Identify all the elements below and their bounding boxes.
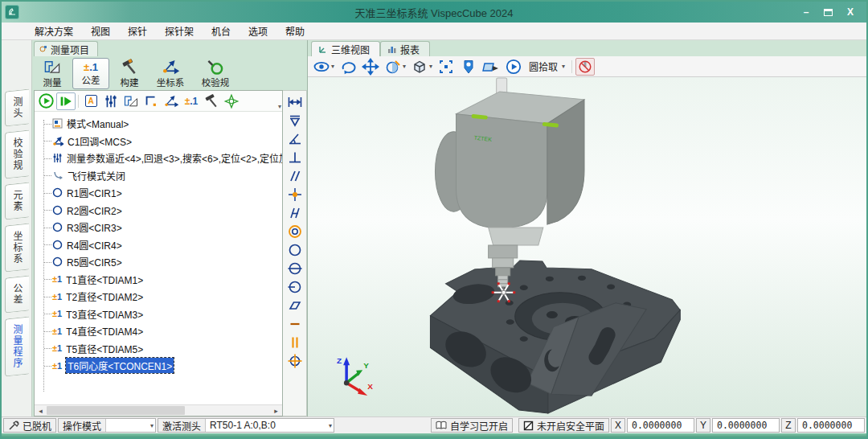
toolbar-overflow-button[interactable]: ▾ — [278, 103, 281, 110]
menu-probe[interactable]: 探针 — [119, 22, 156, 40]
angularity-tolerance-icon[interactable] — [285, 112, 305, 129]
menu-solution[interactable]: 解决方案 — [26, 22, 82, 40]
scrollbar-thumb[interactable] — [47, 406, 185, 415]
tree-row-tdiam3[interactable]: ±1 T3直径<TDIAM3> — [39, 306, 282, 323]
tree-row-cir3[interactable]: R3圆<CIR3> — [39, 219, 282, 236]
measure-params-button[interactable] — [101, 92, 121, 110]
step-run-button[interactable] — [56, 92, 76, 110]
angle-tolerance-icon[interactable] — [285, 130, 305, 148]
safety-plane-button[interactable] — [222, 92, 241, 110]
position-tolerance-icon[interactable] — [285, 186, 305, 203]
probe-disabled-button[interactable] — [575, 58, 595, 76]
symmetry-h-tolerance-icon[interactable] — [285, 204, 305, 222]
tab-3d-view[interactable]: 三维视图 — [311, 41, 380, 56]
scroll-right-arrow[interactable]: ▸ — [270, 405, 282, 416]
tree-row-measure-params[interactable]: 测量参数逼近<4>,回退<3>,搜索<6>,定位<2>,定位加<2>,测 — [39, 150, 282, 167]
flatness-tolerance-icon[interactable] — [285, 297, 305, 314]
rotate-view-button[interactable] — [338, 58, 358, 76]
tree-row-tdiam1[interactable]: ±1 T1直径<TDIAM1> — [39, 271, 282, 289]
hammer-small-icon — [203, 93, 219, 109]
orbit-icon — [339, 58, 357, 76]
axes-small-icon — [163, 93, 179, 109]
tree-row-fly-mode[interactable]: 飞行模式关闭 — [39, 167, 282, 185]
roundness-tolerance-icon[interactable] — [285, 241, 305, 259]
side-tab-coordsys[interactable]: 坐标系 — [5, 223, 29, 272]
scroll-left-arrow[interactable]: ◂ — [35, 405, 47, 416]
perpendicularity-tolerance-icon[interactable] — [285, 149, 305, 166]
self-learn-status[interactable]: 自学习已开启 — [431, 418, 513, 433]
tolerance-item-icon: ±1 — [52, 274, 62, 284]
pan-view-button[interactable] — [360, 58, 381, 76]
menu-probe-rack[interactable]: 探针架 — [156, 22, 203, 40]
straightness-tolerance-icon[interactable] — [285, 315, 305, 333]
safety-plane-status[interactable]: 未开启安全平面 — [518, 418, 609, 433]
maximize-button[interactable] — [824, 9, 833, 16]
tolerance-small-button[interactable]: ±.1 — [182, 92, 201, 110]
menu-machine[interactable]: 机台 — [203, 22, 240, 40]
circle-feature-icon — [52, 187, 63, 198]
tree-row-tdiam5[interactable]: ±1 T5直径<TDIAM5> — [39, 340, 282, 358]
tree-row-tdiam2[interactable]: ±1 T2直径<TDIAM2> — [39, 288, 282, 306]
side-tab-elements[interactable]: 元素 — [5, 182, 29, 220]
menu-options[interactable]: 选项 — [240, 22, 276, 40]
viewport-3d[interactable]: TZTEK — [308, 77, 866, 416]
locate-button[interactable] — [458, 58, 479, 76]
side-tab-probe-head[interactable]: 测头 — [5, 88, 29, 126]
ribbon-construct-button[interactable]: 构建 — [111, 58, 148, 89]
section-view-button[interactable] — [481, 58, 502, 76]
animate-button[interactable] — [503, 58, 524, 76]
program-toolbar: A — [35, 91, 282, 112]
ribbon-gauge-button[interactable]: 校验规 — [193, 58, 238, 89]
tree-row-cir2[interactable]: R2圆<CIR2> — [39, 202, 282, 220]
z-axis-cell: Z — [781, 418, 796, 433]
op-mode-combo[interactable]: ▾ — [105, 419, 155, 432]
side-tab-gauge[interactable]: 校验规 — [5, 129, 29, 178]
distance-tolerance-icon[interactable] — [285, 93, 305, 111]
offline-status[interactable]: 已脱机 — [3, 418, 56, 433]
diameter-line-tolerance-icon[interactable] — [285, 260, 305, 277]
tolerance-item-icon: ±1 — [52, 326, 62, 336]
tab-report[interactable]: 报表 — [380, 41, 430, 56]
tree-row-tdiam4[interactable]: ±1 T4直径<TDIAM4> — [39, 322, 282, 340]
tree-horizontal-scrollbar[interactable]: ◂ ▸ — [35, 404, 282, 416]
ribbon-measure-button[interactable]: 测量 — [34, 58, 71, 89]
measure-mode-button[interactable] — [121, 92, 141, 110]
label-a-icon: A — [85, 95, 97, 107]
close-button[interactable]: X — [844, 6, 857, 18]
true-position-tolerance-icon[interactable] — [285, 352, 305, 370]
view-orientation-button[interactable]: ▾ — [409, 58, 434, 76]
circle-pick-button[interactable]: 圆拾取 ▾ — [526, 58, 568, 76]
construct-small-button[interactable] — [202, 92, 221, 110]
zoom-fit-button[interactable] — [436, 58, 457, 76]
tree-row-mode[interactable]: 模式<Manual> — [39, 115, 282, 133]
tab-measure-project[interactable]: 测量项目 — [34, 41, 98, 56]
radius-tolerance-icon[interactable] — [285, 278, 305, 296]
ribbon-tolerance-button[interactable]: ±.1 公差 — [72, 58, 109, 89]
tree-row-cir4[interactable]: R4圆<CIR4> — [39, 236, 282, 254]
tree-row-cir5[interactable]: R5圆<CIR5> — [39, 253, 282, 271]
tree-row-tconcen1[interactable]: ±1 T6同心度<TCONCEN1> — [39, 357, 282, 375]
visibility-button[interactable]: ▾ — [311, 58, 336, 76]
menu-view[interactable]: 视图 — [82, 22, 119, 40]
render-style-button[interactable]: ▾ — [383, 58, 407, 76]
status-bar: 已脱机 操作模式 ▾ 激活测头 RT50-1 A:0,B:0▾ 自学习已开启 未… — [2, 416, 866, 433]
active-probe-combo[interactable]: RT50-1 A:0,B:0▾ — [205, 419, 334, 432]
tree-row-cir1[interactable]: R1圆<CIR1> — [39, 184, 282, 202]
symmetry-bars-tolerance-icon[interactable] — [285, 334, 305, 351]
corner-icon — [143, 93, 159, 109]
no-safety-plane-icon — [523, 421, 534, 431]
params-sliders-icon — [52, 153, 63, 163]
side-tab-tolerance[interactable]: 公差 — [5, 275, 29, 313]
corner-point-button[interactable] — [141, 92, 161, 110]
ribbon-coordsys-button[interactable]: 坐标系 — [149, 58, 191, 89]
minimize-button[interactable]: – — [800, 6, 813, 18]
menu-help[interactable]: 帮助 — [276, 22, 313, 40]
tree-row-callback[interactable]: C1回调<MCS> — [39, 133, 282, 150]
parallelism-tolerance-icon[interactable] — [285, 167, 305, 185]
label-block-button[interactable]: A — [81, 92, 100, 110]
side-tab-strip: 测头 校验规 元素 坐标系 公差 测量程序 — [2, 40, 32, 416]
concentricity-tolerance-icon[interactable] — [285, 223, 305, 240]
coordsys-small-button[interactable] — [162, 92, 181, 110]
run-program-button[interactable] — [36, 92, 55, 110]
side-tab-measure-program[interactable]: 测量程序 — [5, 316, 29, 376]
